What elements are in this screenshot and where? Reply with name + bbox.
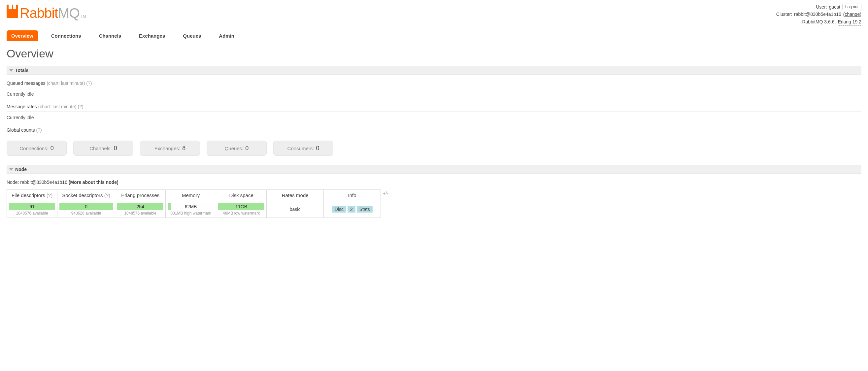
table-row: 61 1048576 available 0 943626 available … — [7, 201, 381, 218]
header-meta: User: guest Log out Cluster: rabbit@830b… — [776, 3, 861, 26]
rates-note: (chart: last minute) — [38, 104, 76, 109]
queued-messages-line: Queued messages (chart: last minute) (?) — [7, 78, 861, 88]
col-rates: Rates mode — [267, 190, 324, 201]
chevron-down-icon — [9, 168, 13, 171]
count-consumers[interactable]: Consumers: 0 — [273, 141, 333, 156]
global-help[interactable]: (?) — [36, 127, 42, 133]
table-header-row: File descriptors (?) Socket descriptors … — [7, 190, 381, 201]
logout-button[interactable]: Log out — [842, 4, 861, 10]
section-totals-label: Totals — [15, 68, 28, 73]
cell-fd: 61 1048576 available — [7, 201, 57, 218]
col-disk: Disk space — [216, 190, 267, 201]
tab-connections[interactable]: Connections — [46, 30, 86, 41]
count-label: Exchanges: — [154, 146, 180, 151]
node-table: File descriptors (?) Socket descriptors … — [7, 189, 381, 218]
count-label: Queues: — [225, 146, 244, 151]
logo-text: RabbitMQTM — [20, 5, 86, 21]
nav-tabs: Overview Connections Channels Exchanges … — [7, 30, 861, 41]
col-sock: Socket descriptors (?) — [57, 190, 115, 201]
col-info: Info — [324, 190, 381, 201]
rates-status: Currently idle — [7, 112, 861, 121]
logo[interactable]: RabbitMQTM — [7, 5, 86, 21]
count-queues[interactable]: Queues: 0 — [207, 141, 267, 156]
message-rates-line: Message rates (chart: last minute) (?) — [7, 101, 861, 112]
section-totals-toggle[interactable]: Totals — [7, 66, 861, 74]
cell-info: Disc2Stats — [324, 201, 381, 218]
count-label: Consumers: — [287, 146, 314, 151]
badge-count: 2 — [347, 206, 355, 213]
count-value: 0 — [316, 145, 319, 152]
col-proc: Erlang processes — [115, 190, 166, 201]
rates-help[interactable]: (?) — [78, 104, 84, 109]
cluster-value: rabbit@830b5e4a1b16 — [794, 10, 841, 18]
global-label: Global counts — [7, 127, 35, 133]
cell-rates: basic — [267, 201, 324, 218]
queued-status: Currently idle — [7, 88, 861, 98]
section-node-label: Node — [15, 167, 27, 172]
product-version: RabbitMQ 3.6.6, — [802, 18, 836, 25]
col-fd: File descriptors (?) — [7, 190, 57, 201]
cluster-label: Cluster: — [776, 10, 792, 18]
logo-name: Rabbit — [20, 5, 58, 21]
col-mem: Memory — [166, 190, 216, 201]
user-value: guest — [829, 3, 840, 10]
node-value: rabbit@830b5e4a1b16 — [20, 180, 67, 185]
rabbit-icon — [7, 5, 18, 18]
node-more-link[interactable]: (More about this node) — [69, 180, 119, 185]
tab-channels[interactable]: Channels — [94, 30, 126, 41]
page-title: Overview — [7, 47, 861, 60]
queued-help[interactable]: (?) — [86, 81, 92, 86]
cell-sock: 0 943626 available — [57, 201, 115, 218]
count-value: 0 — [51, 145, 54, 152]
cell-proc: 254 1048576 available — [115, 201, 166, 218]
logo-suffix: MQ — [58, 5, 80, 21]
badge-disc: Disc — [332, 206, 346, 213]
global-counts-line: Global counts (?) — [7, 125, 861, 135]
cell-mem: 62MB 801MB high watermark — [166, 201, 216, 218]
node-prefix: Node: — [7, 180, 19, 185]
count-value: 0 — [114, 145, 117, 152]
queued-note: (chart: last minute) — [46, 81, 85, 86]
count-exchanges[interactable]: Exchanges: 8 — [140, 141, 200, 156]
cluster-change-wrap: (change) — [843, 10, 861, 18]
erlang-version-link[interactable]: Erlang 19.2 — [838, 18, 861, 26]
section-node-toggle[interactable]: Node — [7, 165, 861, 174]
cell-disk: 11GB 48MB low watermark — [216, 201, 267, 218]
change-cluster-link[interactable]: change — [844, 11, 860, 17]
global-counts-row: Connections: 0 Channels: 0 Exchanges: 8 … — [7, 141, 861, 156]
columns-toggle[interactable]: +/- — [381, 188, 391, 199]
user-label: User: — [816, 3, 827, 10]
chevron-down-icon — [9, 69, 13, 72]
tab-exchanges[interactable]: Exchanges — [134, 30, 169, 41]
rates-label: Message rates — [7, 104, 37, 109]
count-channels[interactable]: Channels: 0 — [73, 141, 133, 156]
node-line: Node: rabbit@830b5e4a1b16 (More about th… — [7, 180, 861, 185]
tab-queues[interactable]: Queues — [178, 30, 206, 41]
sock-help[interactable]: (?) — [104, 192, 110, 198]
count-label: Connections: — [20, 146, 49, 151]
fd-help[interactable]: (?) — [46, 192, 53, 198]
tab-overview[interactable]: Overview — [7, 30, 38, 41]
badge-stats: Stats — [357, 206, 373, 213]
queued-label: Queued messages — [7, 81, 45, 86]
count-value: 0 — [245, 145, 249, 152]
logo-tm: TM — [81, 14, 86, 19]
count-value: 8 — [182, 145, 185, 152]
count-connections[interactable]: Connections: 0 — [7, 141, 67, 156]
tab-admin[interactable]: Admin — [214, 30, 239, 41]
count-label: Channels: — [89, 146, 112, 151]
